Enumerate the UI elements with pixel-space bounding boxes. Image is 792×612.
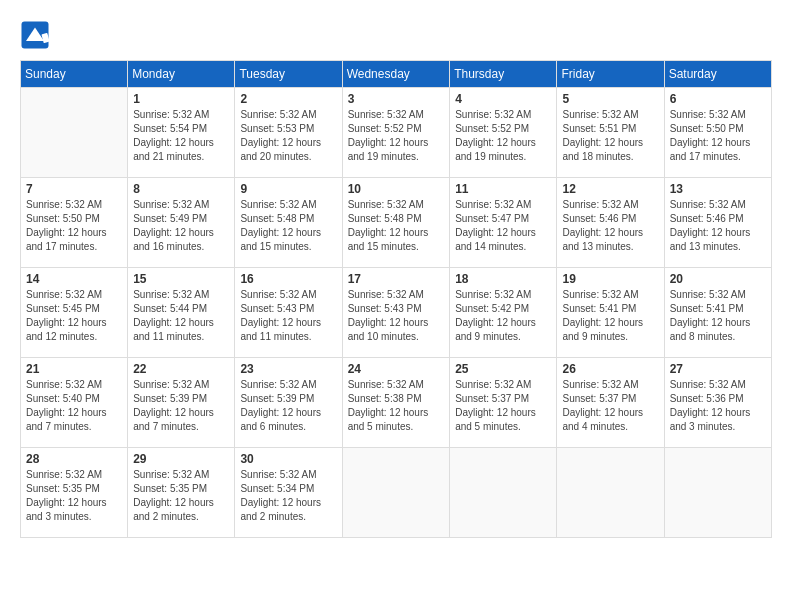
calendar-cell: 7Sunrise: 5:32 AMSunset: 5:50 PMDaylight… xyxy=(21,178,128,268)
day-number: 25 xyxy=(455,362,551,376)
day-number: 20 xyxy=(670,272,766,286)
day-number: 8 xyxy=(133,182,229,196)
calendar-cell: 10Sunrise: 5:32 AMSunset: 5:48 PMDayligh… xyxy=(342,178,450,268)
day-number: 7 xyxy=(26,182,122,196)
day-number: 1 xyxy=(133,92,229,106)
day-number: 28 xyxy=(26,452,122,466)
day-header-sunday: Sunday xyxy=(21,61,128,88)
day-info: Sunrise: 5:32 AMSunset: 5:37 PMDaylight:… xyxy=(562,378,658,434)
calendar-week-row: 1Sunrise: 5:32 AMSunset: 5:54 PMDaylight… xyxy=(21,88,772,178)
calendar-cell: 26Sunrise: 5:32 AMSunset: 5:37 PMDayligh… xyxy=(557,358,664,448)
day-header-thursday: Thursday xyxy=(450,61,557,88)
day-info: Sunrise: 5:32 AMSunset: 5:52 PMDaylight:… xyxy=(348,108,445,164)
calendar-cell: 4Sunrise: 5:32 AMSunset: 5:52 PMDaylight… xyxy=(450,88,557,178)
day-number: 27 xyxy=(670,362,766,376)
calendar-cell: 5Sunrise: 5:32 AMSunset: 5:51 PMDaylight… xyxy=(557,88,664,178)
day-number: 19 xyxy=(562,272,658,286)
calendar-cell: 17Sunrise: 5:32 AMSunset: 5:43 PMDayligh… xyxy=(342,268,450,358)
day-number: 18 xyxy=(455,272,551,286)
header xyxy=(20,20,772,50)
day-number: 4 xyxy=(455,92,551,106)
day-info: Sunrise: 5:32 AMSunset: 5:35 PMDaylight:… xyxy=(133,468,229,524)
logo xyxy=(20,20,54,50)
calendar-cell: 15Sunrise: 5:32 AMSunset: 5:44 PMDayligh… xyxy=(128,268,235,358)
day-number: 13 xyxy=(670,182,766,196)
day-info: Sunrise: 5:32 AMSunset: 5:48 PMDaylight:… xyxy=(348,198,445,254)
day-number: 14 xyxy=(26,272,122,286)
day-info: Sunrise: 5:32 AMSunset: 5:43 PMDaylight:… xyxy=(240,288,336,344)
day-number: 12 xyxy=(562,182,658,196)
calendar-cell: 8Sunrise: 5:32 AMSunset: 5:49 PMDaylight… xyxy=(128,178,235,268)
day-info: Sunrise: 5:32 AMSunset: 5:39 PMDaylight:… xyxy=(133,378,229,434)
day-info: Sunrise: 5:32 AMSunset: 5:46 PMDaylight:… xyxy=(670,198,766,254)
calendar-cell: 11Sunrise: 5:32 AMSunset: 5:47 PMDayligh… xyxy=(450,178,557,268)
day-info: Sunrise: 5:32 AMSunset: 5:38 PMDaylight:… xyxy=(348,378,445,434)
day-info: Sunrise: 5:32 AMSunset: 5:48 PMDaylight:… xyxy=(240,198,336,254)
day-number: 21 xyxy=(26,362,122,376)
day-info: Sunrise: 5:32 AMSunset: 5:54 PMDaylight:… xyxy=(133,108,229,164)
day-header-monday: Monday xyxy=(128,61,235,88)
day-number: 9 xyxy=(240,182,336,196)
calendar-cell: 2Sunrise: 5:32 AMSunset: 5:53 PMDaylight… xyxy=(235,88,342,178)
calendar-cell: 21Sunrise: 5:32 AMSunset: 5:40 PMDayligh… xyxy=(21,358,128,448)
day-number: 6 xyxy=(670,92,766,106)
day-header-saturday: Saturday xyxy=(664,61,771,88)
day-number: 2 xyxy=(240,92,336,106)
calendar-header-row: SundayMondayTuesdayWednesdayThursdayFrid… xyxy=(21,61,772,88)
day-info: Sunrise: 5:32 AMSunset: 5:50 PMDaylight:… xyxy=(670,108,766,164)
day-info: Sunrise: 5:32 AMSunset: 5:46 PMDaylight:… xyxy=(562,198,658,254)
day-info: Sunrise: 5:32 AMSunset: 5:42 PMDaylight:… xyxy=(455,288,551,344)
calendar-cell xyxy=(557,448,664,538)
calendar-cell: 13Sunrise: 5:32 AMSunset: 5:46 PMDayligh… xyxy=(664,178,771,268)
day-number: 24 xyxy=(348,362,445,376)
day-info: Sunrise: 5:32 AMSunset: 5:35 PMDaylight:… xyxy=(26,468,122,524)
calendar-cell: 14Sunrise: 5:32 AMSunset: 5:45 PMDayligh… xyxy=(21,268,128,358)
calendar-cell: 18Sunrise: 5:32 AMSunset: 5:42 PMDayligh… xyxy=(450,268,557,358)
day-number: 17 xyxy=(348,272,445,286)
day-number: 29 xyxy=(133,452,229,466)
day-info: Sunrise: 5:32 AMSunset: 5:41 PMDaylight:… xyxy=(670,288,766,344)
day-info: Sunrise: 5:32 AMSunset: 5:49 PMDaylight:… xyxy=(133,198,229,254)
calendar-cell: 22Sunrise: 5:32 AMSunset: 5:39 PMDayligh… xyxy=(128,358,235,448)
logo-icon xyxy=(20,20,50,50)
calendar-cell: 16Sunrise: 5:32 AMSunset: 5:43 PMDayligh… xyxy=(235,268,342,358)
day-number: 11 xyxy=(455,182,551,196)
calendar-cell xyxy=(342,448,450,538)
calendar-body: 1Sunrise: 5:32 AMSunset: 5:54 PMDaylight… xyxy=(21,88,772,538)
day-number: 3 xyxy=(348,92,445,106)
calendar-cell: 30Sunrise: 5:32 AMSunset: 5:34 PMDayligh… xyxy=(235,448,342,538)
calendar-cell: 29Sunrise: 5:32 AMSunset: 5:35 PMDayligh… xyxy=(128,448,235,538)
calendar-cell: 25Sunrise: 5:32 AMSunset: 5:37 PMDayligh… xyxy=(450,358,557,448)
day-number: 30 xyxy=(240,452,336,466)
day-info: Sunrise: 5:32 AMSunset: 5:36 PMDaylight:… xyxy=(670,378,766,434)
day-number: 10 xyxy=(348,182,445,196)
calendar-week-row: 14Sunrise: 5:32 AMSunset: 5:45 PMDayligh… xyxy=(21,268,772,358)
calendar-cell: 12Sunrise: 5:32 AMSunset: 5:46 PMDayligh… xyxy=(557,178,664,268)
day-number: 22 xyxy=(133,362,229,376)
day-info: Sunrise: 5:32 AMSunset: 5:50 PMDaylight:… xyxy=(26,198,122,254)
calendar-cell xyxy=(450,448,557,538)
day-info: Sunrise: 5:32 AMSunset: 5:39 PMDaylight:… xyxy=(240,378,336,434)
calendar-week-row: 21Sunrise: 5:32 AMSunset: 5:40 PMDayligh… xyxy=(21,358,772,448)
calendar-cell: 19Sunrise: 5:32 AMSunset: 5:41 PMDayligh… xyxy=(557,268,664,358)
day-header-tuesday: Tuesday xyxy=(235,61,342,88)
calendar-cell xyxy=(664,448,771,538)
day-number: 26 xyxy=(562,362,658,376)
day-info: Sunrise: 5:32 AMSunset: 5:53 PMDaylight:… xyxy=(240,108,336,164)
calendar-cell: 27Sunrise: 5:32 AMSunset: 5:36 PMDayligh… xyxy=(664,358,771,448)
day-info: Sunrise: 5:32 AMSunset: 5:43 PMDaylight:… xyxy=(348,288,445,344)
day-number: 15 xyxy=(133,272,229,286)
calendar-cell: 28Sunrise: 5:32 AMSunset: 5:35 PMDayligh… xyxy=(21,448,128,538)
calendar-week-row: 28Sunrise: 5:32 AMSunset: 5:35 PMDayligh… xyxy=(21,448,772,538)
day-number: 16 xyxy=(240,272,336,286)
calendar-cell: 1Sunrise: 5:32 AMSunset: 5:54 PMDaylight… xyxy=(128,88,235,178)
calendar-cell xyxy=(21,88,128,178)
day-info: Sunrise: 5:32 AMSunset: 5:37 PMDaylight:… xyxy=(455,378,551,434)
calendar-cell: 23Sunrise: 5:32 AMSunset: 5:39 PMDayligh… xyxy=(235,358,342,448)
calendar-cell: 9Sunrise: 5:32 AMSunset: 5:48 PMDaylight… xyxy=(235,178,342,268)
calendar-cell: 20Sunrise: 5:32 AMSunset: 5:41 PMDayligh… xyxy=(664,268,771,358)
day-info: Sunrise: 5:32 AMSunset: 5:41 PMDaylight:… xyxy=(562,288,658,344)
day-info: Sunrise: 5:32 AMSunset: 5:40 PMDaylight:… xyxy=(26,378,122,434)
day-info: Sunrise: 5:32 AMSunset: 5:51 PMDaylight:… xyxy=(562,108,658,164)
calendar-cell: 24Sunrise: 5:32 AMSunset: 5:38 PMDayligh… xyxy=(342,358,450,448)
